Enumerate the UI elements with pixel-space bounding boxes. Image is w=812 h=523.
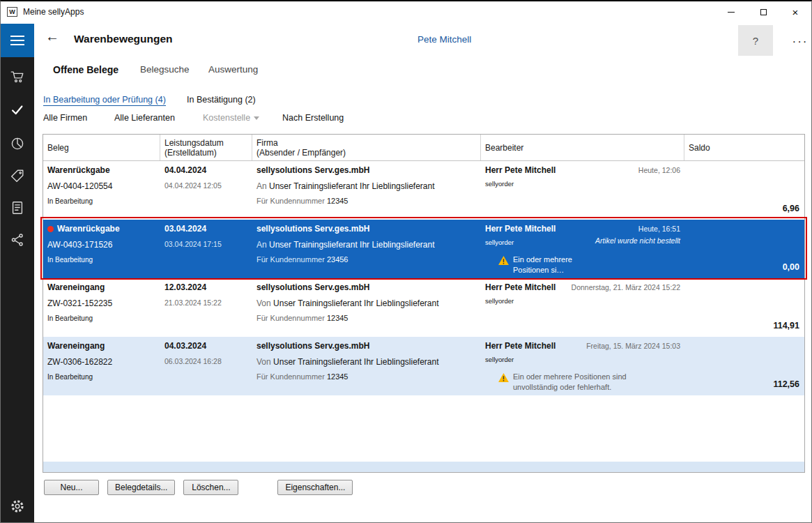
service-date: 04.03.2024 bbox=[164, 341, 251, 351]
table-row[interactable]: Wareneingang ZW-0321-152235 In Bearbeitu… bbox=[43, 278, 804, 337]
back-button[interactable]: ← bbox=[45, 29, 59, 43]
sidebar bbox=[1, 24, 34, 522]
doc-number: ZW-0306-162822 bbox=[47, 357, 112, 367]
partner: Unser Trainingslieferant Ihr Lieblingsli… bbox=[273, 298, 438, 308]
created-date: 04.04.2024 12:05 bbox=[164, 181, 222, 190]
document-details-button[interactable]: Belegdetails... bbox=[107, 480, 175, 495]
pie-chart-icon bbox=[10, 136, 25, 151]
tab-belegsuche[interactable]: Belegsuche bbox=[140, 64, 190, 75]
app-window: W Meine sellyApps × bbox=[0, 0, 812, 523]
sidebar-item-journal[interactable] bbox=[1, 194, 34, 222]
doc-status: In Bearbeitung bbox=[47, 373, 93, 381]
sidebar-item-statistics[interactable] bbox=[1, 130, 34, 158]
column-header-beleg[interactable]: Beleg bbox=[43, 135, 160, 160]
partner: Unser Trainingslieferant Ihr Lieblingsli… bbox=[269, 240, 434, 250]
created-date: 03.04.2024 17:15 bbox=[164, 240, 222, 248]
horizontal-scrollbar[interactable] bbox=[43, 462, 804, 472]
saldo-value: 6,96 bbox=[783, 204, 799, 213]
service-date: 03.04.2024 bbox=[164, 224, 251, 234]
menu-button[interactable] bbox=[1, 24, 34, 57]
sidebar-item-shop[interactable] bbox=[1, 63, 34, 91]
window-title: Meine sellyApps bbox=[23, 7, 84, 17]
close-icon: × bbox=[792, 7, 799, 17]
column-header-leistungsdatum[interactable]: Leistungsdatum(Erstelldatum) bbox=[160, 135, 252, 160]
timestamp: Heute, 16:51 bbox=[638, 225, 680, 233]
editor-app: sellyorder bbox=[485, 180, 514, 188]
company: sellysolutions Serv.ges.mbH bbox=[256, 341, 480, 351]
service-date: 12.03.2024 bbox=[164, 282, 251, 292]
delete-button[interactable]: Löschen... bbox=[183, 480, 238, 495]
doc-status: In Bearbeitung bbox=[47, 314, 93, 322]
doc-number: ZW-0321-152235 bbox=[47, 298, 112, 308]
column-header-firma[interactable]: Firma(Absender / Empfänger) bbox=[252, 135, 481, 160]
doc-number: AW-0403-171526 bbox=[47, 240, 112, 250]
close-button[interactable]: × bbox=[779, 1, 811, 22]
editor-app: sellyorder bbox=[485, 238, 514, 246]
table-row[interactable]: Wareneingang ZW-0306-162822 In Bearbeitu… bbox=[43, 337, 804, 395]
sidebar-item-tasks[interactable] bbox=[1, 96, 34, 124]
table-header: Beleg Leistungsdatum(Erstelldatum) Firma… bbox=[43, 135, 804, 161]
sidebar-item-settings[interactable] bbox=[1, 494, 34, 518]
help-button[interactable]: ? bbox=[738, 25, 773, 56]
created-date: 06.03.2024 16:28 bbox=[164, 357, 222, 365]
column-header-saldo[interactable]: Saldo bbox=[684, 135, 804, 160]
timestamp: Freitag, 15. März 2024 15:03 bbox=[586, 342, 680, 350]
company: sellysolutions Serv.ges.mbH bbox=[256, 282, 480, 292]
maximize-button[interactable] bbox=[747, 1, 779, 22]
check-icon bbox=[10, 103, 25, 118]
price-tag-icon bbox=[10, 168, 25, 183]
filter-alle-firmen[interactable]: Alle Firmen bbox=[43, 113, 87, 123]
column-header-bearbeiter[interactable]: Bearbeiter bbox=[481, 135, 684, 160]
chevron-down-icon bbox=[254, 116, 259, 120]
warning-message: Ein oder mehrerePositionen si… bbox=[498, 255, 572, 275]
new-button[interactable]: Neu... bbox=[44, 480, 99, 495]
editor-app: sellyorder bbox=[485, 356, 514, 363]
tab-auswertung[interactable]: Auswertung bbox=[208, 64, 258, 75]
filter-nach-erstellung[interactable]: Nach Erstellung bbox=[282, 113, 344, 123]
filter-in-bestaetigung[interactable]: In Bestätigung (2) bbox=[187, 95, 256, 105]
share-network-icon bbox=[10, 232, 25, 248]
filter-in-bearbeitung[interactable]: In Bearbeitung oder Prüfung (4) bbox=[43, 95, 166, 106]
created-date: 21.03.2024 15:22 bbox=[164, 298, 222, 307]
page-title: Warenbewegungen bbox=[74, 33, 173, 45]
saldo-value: 114,91 bbox=[773, 321, 799, 331]
timestamp: Donnerstag, 21. März 2024 15:22 bbox=[572, 283, 680, 291]
company: sellysolutions Serv.ges.mbH bbox=[256, 224, 480, 234]
cart-icon bbox=[10, 69, 25, 84]
note-text: Artikel wurde nicht bestellt bbox=[595, 236, 680, 245]
footer-button-bar: Neu... Belegdetails... Löschen... Eigens… bbox=[44, 480, 353, 495]
partner: Unser Trainingslieferant Ihr Lieblingsli… bbox=[269, 181, 434, 191]
table-row[interactable]: Warenrückgabe AW-0404-120554 In Bearbeit… bbox=[43, 161, 804, 220]
doc-type: Warenrückgabe bbox=[57, 224, 120, 234]
doc-status: In Bearbeitung bbox=[47, 256, 93, 264]
company: sellysolutions Serv.ges.mbH bbox=[256, 165, 480, 175]
doc-number: AW-0404-120554 bbox=[47, 181, 112, 191]
doc-type: Warenrückgabe bbox=[47, 165, 159, 175]
warning-icon bbox=[498, 256, 509, 265]
saldo-value: 112,56 bbox=[773, 379, 799, 389]
tab-offene-belege[interactable]: Offene Belege bbox=[53, 64, 118, 75]
sidebar-item-network[interactable] bbox=[1, 226, 34, 254]
warning-message: Ein oder mehrere Positionen sindunvollst… bbox=[498, 372, 627, 392]
saldo-value: 0,00 bbox=[783, 262, 799, 272]
doc-status: In Bearbeitung bbox=[47, 197, 93, 205]
editor-app: sellyorder bbox=[485, 297, 514, 305]
minimize-icon bbox=[728, 12, 735, 13]
minimize-button[interactable] bbox=[715, 1, 747, 22]
partner: Unser Trainingslieferant Ihr Lieblingsli… bbox=[273, 357, 438, 367]
doc-type: Wareneingang bbox=[47, 282, 159, 292]
table-row-selected[interactable]: Warenrückgabe AW-0403-171526 In Bearbeit… bbox=[43, 220, 804, 278]
main-area: ← Warenbewegungen Pete Mitchell ? ··· Of… bbox=[34, 24, 811, 522]
user-name[interactable]: Pete Mitchell bbox=[418, 34, 471, 45]
app-logo-icon: W bbox=[7, 7, 17, 17]
sidebar-item-prices[interactable] bbox=[1, 162, 34, 190]
customer-number: 23456 bbox=[327, 255, 348, 264]
customer-number: 12345 bbox=[327, 197, 348, 205]
properties-button[interactable]: Eigenschaften... bbox=[277, 480, 353, 495]
filter-kostenstelle[interactable]: Kostenstelle bbox=[203, 113, 259, 123]
more-options-button[interactable]: ··· bbox=[787, 32, 812, 50]
window-controls: × bbox=[715, 1, 811, 22]
title-bar: W Meine sellyApps × bbox=[1, 1, 811, 22]
customer-number: 12345 bbox=[327, 372, 348, 381]
filter-alle-lieferanten[interactable]: Alle Lieferanten bbox=[114, 113, 175, 123]
